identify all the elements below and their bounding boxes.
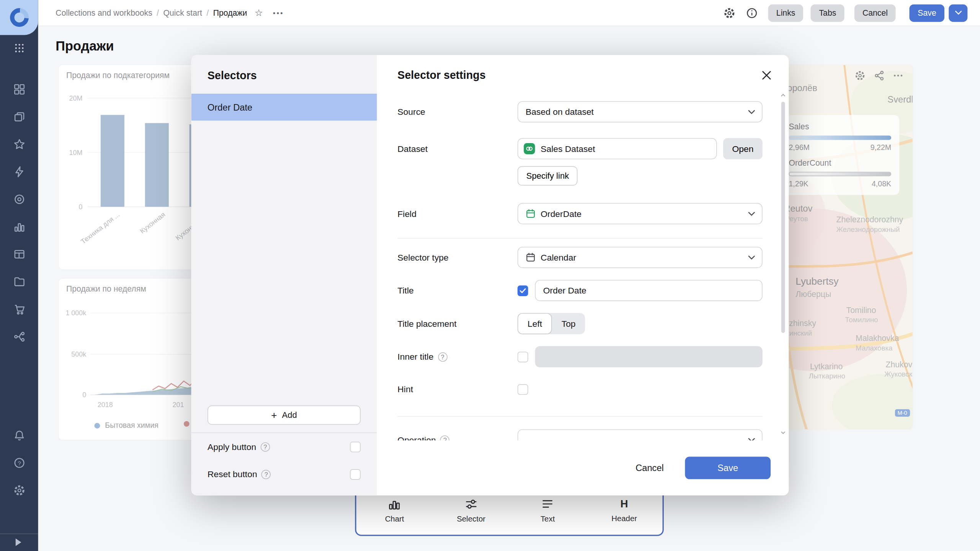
reset-button-label: Reset button [207,469,257,479]
placement-left-option[interactable]: Left [518,313,552,334]
datalens-logo-icon [6,4,32,31]
sidebar-divider [0,533,38,534]
apply-button-option: Apply button ? [191,433,377,460]
add-chart-label: Chart [385,515,404,523]
connections-flow-icon[interactable] [0,323,38,350]
field-select[interactable]: OrderDate [518,203,763,225]
settings-gear-icon[interactable] [0,482,38,498]
info-icon[interactable] [746,7,758,19]
scrollbar-thumb[interactable] [781,102,785,333]
charts-bars-icon[interactable] [0,213,38,241]
top-header: Collections and workbooks / Quick start … [38,0,980,26]
storage-folder-icon[interactable] [0,268,38,295]
selector-list-item[interactable]: Order Date [191,94,377,121]
modal-scrollbar [780,94,786,434]
selector-settings-title: Selector settings [397,68,485,82]
editor-bolt-icon[interactable] [0,158,38,186]
selectors-list: Order Date [191,94,377,406]
reset-help-icon[interactable]: ? [261,469,271,479]
open-dataset-button[interactable]: Open [723,138,763,160]
page-title: Продажи [56,39,114,54]
selectors-dialog: Selectors Order Date + Add Apply button … [191,55,789,496]
marketplace-cart-icon[interactable] [0,295,38,323]
add-selector-list-button[interactable]: + Add [207,406,361,425]
monitoring-donut-icon[interactable] [0,186,38,213]
save-dropdown-button[interactable] [949,4,967,22]
add-selector-label: Selector [457,515,485,523]
calendar-icon [526,209,536,218]
sidebar-nav [0,76,38,350]
plus-icon: + [271,410,277,420]
breadcrumb-collections[interactable]: Collections and workbooks [56,8,152,17]
selector-settings-header: Selector settings [377,55,789,88]
chevron-down-icon [748,212,755,216]
links-button[interactable]: Links [768,4,804,22]
breadcrumb-current: Продажи [213,8,247,17]
collections-icon[interactable] [0,103,38,130]
add-header-label: Header [611,514,637,523]
close-icon[interactable] [758,66,775,84]
save-button[interactable]: Save [910,4,944,22]
help-question-icon[interactable]: ? [0,455,38,471]
dialog-save-button[interactable]: Save [685,456,771,479]
selector-settings-panel: Selector settings Source Based on datase… [377,55,789,496]
apps-menu-icon[interactable] [0,40,38,56]
form-divider [397,416,762,417]
chevron-down-icon [748,110,755,114]
breadcrumb-workbook[interactable]: Quick start [163,8,202,17]
chevron-down-icon [748,255,755,259]
datalens-logo[interactable] [0,0,38,35]
cancel-button[interactable]: Cancel [854,4,896,22]
apply-button-label: Apply button [207,442,256,452]
dataset-icon [524,143,535,154]
form-divider [397,238,762,239]
app: ? Collections and workbooks / Quick star… [0,0,980,551]
expand-play-icon[interactable] [16,538,21,546]
title-input[interactable] [535,280,763,301]
tabs-button[interactable]: Tabs [811,4,844,22]
chevron-down-icon [748,438,755,440]
dialog-cancel-button[interactable]: Cancel [621,456,679,479]
header-actions: Links Tabs Cancel Save [713,4,967,22]
breadcrumb-separator: / [206,8,209,17]
selector-type-label: Selector type [397,253,517,262]
add-selector-list-label: Add [282,411,297,420]
datasets-table-icon[interactable] [0,241,38,268]
more-menu-icon[interactable]: ••• [273,9,284,17]
reset-button-checkbox[interactable] [350,469,361,479]
inner-title-checkbox[interactable] [518,351,528,362]
header-h-icon: H [621,498,628,510]
operation-select[interactable] [518,429,763,440]
apply-help-icon[interactable]: ? [261,442,270,451]
title-checkbox[interactable] [518,285,528,296]
dashboard-settings-gear-icon[interactable] [723,7,736,19]
dataset-label: Dataset [397,144,517,154]
inner-title-input [535,346,763,367]
specify-link-button[interactable]: Specify link [518,166,578,186]
sidebar: ? [0,0,38,551]
selector-list-item-label: Order Date [207,102,252,112]
field-value: OrderDate [541,209,581,218]
hint-checkbox[interactable] [518,384,528,395]
inner-title-help-icon[interactable]: ? [438,352,447,361]
notifications-bell-icon[interactable] [0,427,38,443]
scroll-up-icon[interactable] [781,94,786,97]
inner-title-label: Inner title [397,352,433,362]
scroll-down-icon[interactable] [781,431,786,434]
hint-label: Hint [397,384,517,394]
placement-top-option[interactable]: Top [552,313,585,334]
dashboards-grid-icon[interactable] [0,76,38,103]
selector-type-select[interactable]: Calendar [518,247,763,268]
favorites-star-icon[interactable] [0,130,38,158]
source-select[interactable]: Based on dataset [518,101,763,122]
dataset-value: Sales Dataset [541,144,595,154]
source-value: Based on dataset [526,107,594,117]
apply-button-checkbox[interactable] [350,441,361,452]
favorite-star-icon[interactable]: ☆ [255,7,263,18]
dataset-select[interactable]: Sales Dataset [518,138,717,160]
breadcrumb-separator: / [157,8,159,17]
title-placement-segmented: Left Top [518,313,585,334]
selectors-panel-options: Apply button ? Reset button ? [191,433,377,495]
operation-help-icon[interactable]: ? [440,435,449,440]
reset-button-option: Reset button ? [191,460,377,488]
